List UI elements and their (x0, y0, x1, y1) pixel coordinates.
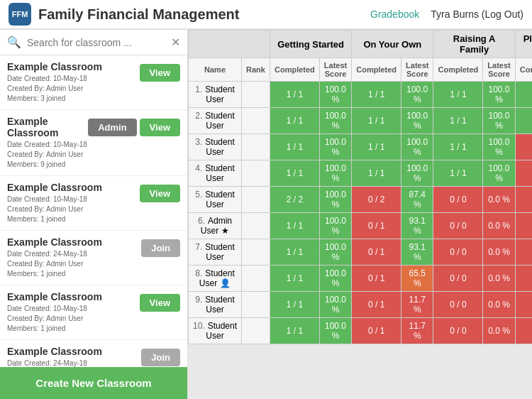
score-cell: 1 / 1 (270, 213, 319, 239)
student-name-cell: 1.Student User (189, 82, 242, 108)
score-cell: 0 / 1 (352, 239, 401, 266)
score-cell: 100.0 % (319, 134, 351, 160)
join-button[interactable]: Join (141, 349, 180, 366)
classroom-info: Example Classroom Date Created: 10-May-1… (7, 291, 140, 334)
list-item: Example Classroom Date Created: 24-May-1… (0, 231, 187, 285)
classroom-info: Example Classroom Date Created: 10-May-1… (7, 182, 140, 224)
score-cell: 100.0 % (483, 134, 515, 160)
table-row: 10.Student User1 / 1100.0 %0 / 111.7 %0 … (189, 318, 533, 344)
col-sub-header: Completed (352, 58, 401, 82)
score-cell: 0 / 0 (515, 187, 532, 213)
rank-cell (242, 292, 270, 318)
rank-cell (242, 187, 270, 213)
classroom-name: Example Classroom (7, 182, 140, 193)
score-cell: 1 / 1 (515, 82, 532, 108)
score-cell: 0 / 0 (515, 213, 532, 239)
table-row: 4.Student User1 / 1100.0 %1 / 1100.0 %1 … (189, 160, 533, 187)
table-row: 9.Student User1 / 1100.0 %0 / 111.7 %0 /… (189, 292, 533, 318)
rank-cell (242, 82, 270, 108)
col-sub-header: Completed (515, 58, 532, 82)
score-cell: 2 / 2 (270, 187, 319, 213)
score-cell: 1 / 1 (515, 108, 532, 134)
classroom-meta: Date Created: 10-May-18Created By: Admin… (7, 140, 88, 170)
col-group-header: Getting Started (270, 31, 351, 58)
gradebook-link[interactable]: Gradebook (370, 9, 419, 20)
score-cell: 1 / 1 (270, 239, 319, 266)
col-sub-header: Completed (270, 58, 319, 82)
score-cell: 0 / 1 (352, 266, 401, 292)
table-row: 3.Student User1 / 1100.0 %1 / 1100.0 %1 … (189, 134, 533, 160)
join-button[interactable]: Join (141, 239, 180, 257)
col-rank: Rank (242, 58, 270, 82)
student-name-cell: 7.Student User (189, 239, 242, 266)
col-sub-header: Latest Score (483, 58, 515, 82)
score-cell: 1 / 1 (270, 108, 319, 134)
table-row: 2.Student User1 / 1100.0 %1 / 1100.0 %1 … (189, 108, 533, 134)
gradebook-table: Getting StartedOn Your OwnRaising A Fami… (188, 30, 532, 344)
score-cell: 0 / 0 (515, 318, 532, 344)
classroom-meta: Date Created: 24-May-18Created By: Admin… (7, 249, 141, 279)
score-cell: 1 / 1 (270, 134, 319, 160)
score-cell: 0 / 1 (515, 134, 532, 160)
classroom-actions: AdminView (88, 119, 180, 136)
search-input[interactable] (27, 37, 165, 48)
score-cell: 0.0 % (483, 187, 515, 213)
score-cell: 0 / 0 (515, 239, 532, 266)
score-cell: 0 / 1 (352, 213, 401, 239)
classroom-info: Example Classroom Date Created: 24-May-1… (7, 236, 141, 279)
score-cell: 1 / 1 (270, 292, 319, 318)
score-cell: 1 / 1 (270, 266, 319, 292)
classroom-info: Example Classroom Date Created: 10-May-1… (7, 116, 88, 170)
score-cell: 0 / 0 (433, 213, 483, 239)
view-button[interactable]: View (140, 119, 180, 136)
student-name-cell: 4.Student User (189, 160, 242, 187)
student-name-cell: 8.Student User👤 (189, 266, 242, 292)
score-cell: 100.0 % (319, 266, 351, 292)
score-cell: 1 / 1 (433, 134, 483, 160)
score-cell: 1 / 1 (270, 82, 319, 108)
col-sub-header: Latest Score (319, 58, 351, 82)
score-cell: 1 / 1 (433, 108, 483, 134)
list-item: Example Classroom Date Created: 10-May-1… (0, 110, 187, 176)
student-name-cell: 6.Admin User★ (189, 213, 242, 239)
col-group-header: Raising A Family (433, 31, 515, 58)
score-cell: 1 / 1 (433, 82, 483, 108)
rank-cell (242, 266, 270, 292)
score-cell: 1 / 1 (352, 108, 401, 134)
classroom-name: Example Classroom (7, 116, 88, 138)
col-group-header: Plannin Fu (515, 31, 532, 58)
col-name: Name (189, 58, 242, 82)
view-button[interactable]: View (140, 185, 180, 202)
rank-cell (242, 318, 270, 344)
col-sub-header: Completed (433, 58, 483, 82)
classroom-meta: Date Created: 10-May-18Created By: Admin… (7, 304, 140, 334)
score-cell: 0 / 1 (515, 160, 532, 187)
score-cell: 1 / 1 (352, 160, 401, 187)
list-item: Example Classroom Date Created: 24-May-1… (0, 340, 187, 367)
rank-cell (242, 213, 270, 239)
table-row: 1.Student User1 / 1100.0 %1 / 1100.0 %1 … (189, 82, 533, 108)
score-cell: 0 / 0 (515, 266, 532, 292)
classroom-name: Example Classroom (7, 61, 140, 72)
classroom-actions: Join (141, 239, 180, 257)
clear-search-icon[interactable]: ✕ (171, 35, 180, 49)
classroom-name: Example Classroom (7, 236, 141, 248)
score-cell: 0 / 0 (433, 318, 483, 344)
view-button[interactable]: View (140, 294, 180, 312)
search-icon: 🔍 (7, 35, 21, 49)
score-cell: 1 / 1 (352, 134, 401, 160)
classroom-info: Example Classroom Date Created: 24-May-1… (7, 346, 141, 367)
list-item: Example Classroom Date Created: 10-May-1… (0, 285, 187, 340)
score-cell: 100.0 % (319, 160, 351, 187)
score-cell: 100.0 % (319, 318, 351, 344)
score-cell: 0.0 % (483, 213, 515, 239)
classroom-name: Example Classroom (7, 346, 141, 357)
admin-button[interactable]: Admin (88, 119, 136, 136)
classroom-name: Example Classroom (7, 291, 140, 302)
student-name-cell: 5.Student User (189, 187, 242, 213)
score-cell: 100.0 % (401, 134, 433, 160)
view-button[interactable]: View (140, 64, 180, 82)
score-cell: 100.0 % (319, 213, 351, 239)
main-layout: 🔍 ✕ Example Classroom Date Created: 10-M… (0, 30, 532, 399)
create-classroom-button[interactable]: Create New Classroom (0, 367, 187, 399)
